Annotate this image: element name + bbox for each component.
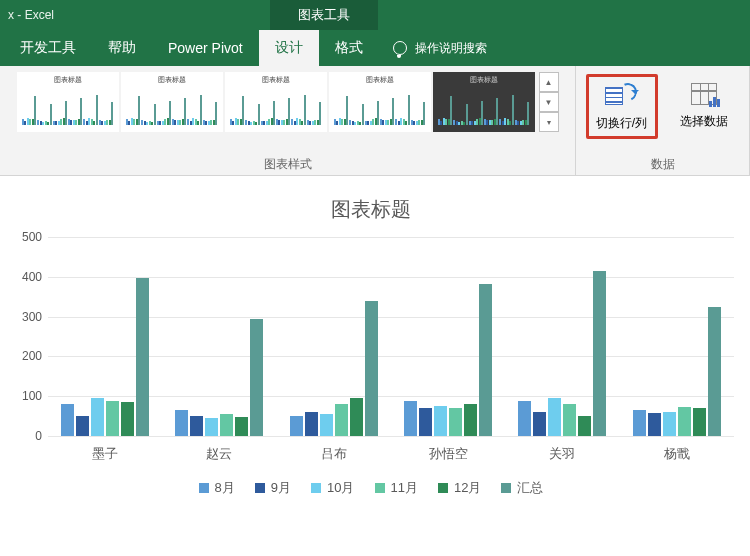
chart-style-gallery: 图表标题图表标题图表标题图表标题图表标题▲▼▾ [17,72,559,132]
chart-bar[interactable] [250,319,263,436]
legend-label: 8月 [215,479,235,497]
chart-bar[interactable] [106,401,119,436]
chart-bar[interactable] [419,408,432,436]
chart-style-thumb[interactable]: 图表标题 [225,72,327,132]
legend-item[interactable]: 汇总 [501,479,543,497]
x-tick-label: 吕布 [277,437,391,463]
chart-category-group[interactable] [162,237,276,436]
legend-swatch [375,483,385,493]
chart-bar[interactable] [563,404,576,436]
ribbon-tab-strip: 开发工具 帮助 Power Pivot 设计 格式 操作说明搜索 [0,30,750,66]
chart-category-group[interactable] [620,237,734,436]
switch-row-column-icon [605,81,639,111]
chart-bar[interactable] [648,413,661,436]
y-tick-label: 400 [10,270,42,284]
legend-item[interactable]: 12月 [438,479,481,497]
chart-bar[interactable] [404,401,417,436]
select-data-icon [687,79,721,109]
tell-me[interactable]: 操作说明搜索 [379,30,501,66]
chart-bar[interactable] [121,402,134,436]
chart-bar[interactable] [91,398,104,436]
chart-bar[interactable] [708,307,721,436]
chart-bar[interactable] [335,404,348,436]
y-tick-label: 100 [10,389,42,403]
legend-swatch [501,483,511,493]
switch-row-column-button[interactable]: 切换行/列 [586,74,658,139]
chart-bar[interactable] [350,398,363,436]
select-data-button[interactable]: 选择数据 [668,74,740,139]
chart-bar[interactable] [365,301,378,436]
chart-bar[interactable] [633,410,646,436]
legend-item[interactable]: 10月 [311,479,354,497]
title-bar: x - Excel 图表工具 [0,0,750,30]
gallery-more[interactable]: ▾ [539,112,559,132]
tab-help[interactable]: 帮助 [92,30,152,66]
legend-swatch [255,483,265,493]
x-tick-label: 关羽 [505,437,619,463]
tab-power-pivot[interactable]: Power Pivot [152,30,259,66]
chart-bar[interactable] [320,414,333,436]
gallery-scroll-down[interactable]: ▼ [539,92,559,112]
y-tick-label: 500 [10,230,42,244]
chart-bar[interactable] [578,416,591,436]
legend-swatch [199,483,209,493]
ribbon: 图表标题图表标题图表标题图表标题图表标题▲▼▾ 图表样式 切换行/列 选择数据 … [0,66,750,176]
chart-category-group[interactable] [505,237,619,436]
chart-bar[interactable] [305,412,318,436]
group-data: 切换行/列 选择数据 数据 [576,66,750,175]
chart-legend[interactable]: 8月9月10月11月12月汇总 [8,463,734,503]
context-tab-chart-tools: 图表工具 [270,0,378,30]
chart-bar[interactable] [449,408,462,436]
window-title: x - Excel [8,8,54,22]
gallery-scroll-up[interactable]: ▲ [539,72,559,92]
chart-bar[interactable] [175,410,188,436]
y-tick-label: 200 [10,349,42,363]
chart-title[interactable]: 图表标题 [8,196,734,223]
tab-design[interactable]: 设计 [259,30,319,66]
chart-style-thumb[interactable]: 图表标题 [121,72,223,132]
chart-bar[interactable] [136,278,149,436]
chart-bar[interactable] [434,406,447,436]
chart-category-group[interactable] [277,237,391,436]
chart-bar[interactable] [693,408,706,436]
legend-swatch [311,483,321,493]
chart-bar[interactable] [479,284,492,436]
chart-category-group[interactable] [391,237,505,436]
chart-bar[interactable] [235,417,248,436]
chart-bar[interactable] [220,414,233,436]
chart-bar[interactable] [593,271,606,436]
chart-bar[interactable] [464,404,477,436]
x-tick-label: 墨子 [48,437,162,463]
legend-item[interactable]: 8月 [199,479,235,497]
chart-bar[interactable] [290,416,303,436]
chart-bar[interactable] [663,412,676,436]
chart-category-group[interactable] [48,237,162,436]
chart-area[interactable]: 图表标题 0100200300400500 墨子赵云吕布孙悟空关羽杨戬 8月9月… [0,176,750,513]
chart-x-axis: 墨子赵云吕布孙悟空关羽杨戬 [48,437,734,463]
chart-bar[interactable] [76,416,89,436]
chart-bar[interactable] [205,418,218,436]
chart-bar[interactable] [190,416,203,436]
group-label-styles: 图表样式 [0,156,575,173]
chart-bar[interactable] [518,401,531,436]
chart-style-thumb[interactable]: 图表标题 [329,72,431,132]
chart-bar[interactable] [548,398,561,436]
legend-item[interactable]: 9月 [255,479,291,497]
group-chart-styles: 图表标题图表标题图表标题图表标题图表标题▲▼▾ 图表样式 [0,66,576,175]
group-label-data: 数据 [576,156,749,173]
x-tick-label: 孙悟空 [391,437,505,463]
chart-bar[interactable] [533,412,546,436]
chart-style-thumb[interactable]: 图表标题 [17,72,119,132]
chart-plot[interactable]: 0100200300400500 [48,237,734,437]
chart-bar[interactable] [678,407,691,436]
legend-label: 9月 [271,479,291,497]
chart-style-thumb[interactable]: 图表标题 [433,72,535,132]
legend-label: 汇总 [517,479,543,497]
chart-bar[interactable] [61,404,74,436]
x-tick-label: 杨戬 [620,437,734,463]
tab-developer[interactable]: 开发工具 [4,30,92,66]
x-tick-label: 赵云 [162,437,276,463]
legend-label: 10月 [327,479,354,497]
tab-format[interactable]: 格式 [319,30,379,66]
legend-item[interactable]: 11月 [375,479,418,497]
